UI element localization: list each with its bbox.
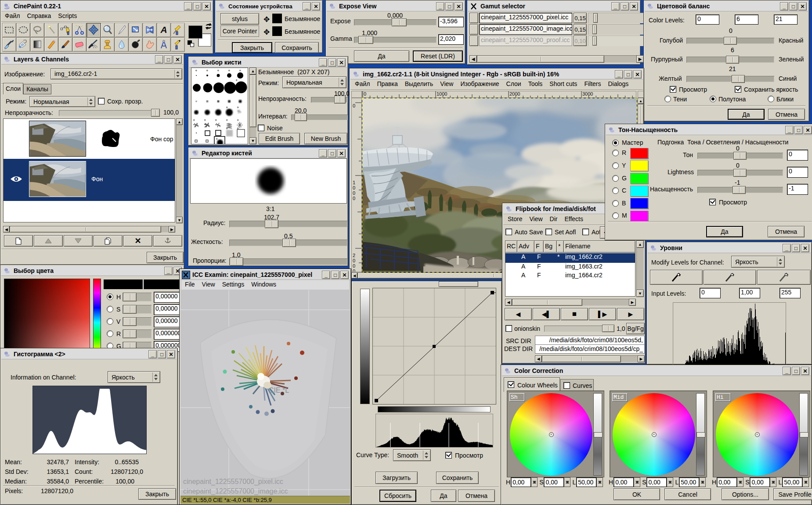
svg-text:0: 0 bbox=[353, 258, 355, 263]
svg-text:0: 0 bbox=[353, 263, 355, 269]
svg-text:+: + bbox=[226, 118, 228, 123]
svg-text:0: 0 bbox=[353, 185, 355, 190]
svg-text:+: + bbox=[217, 69, 219, 73]
svg-text:+: + bbox=[237, 127, 239, 131]
svg-text:+: + bbox=[215, 118, 217, 123]
svg-text:cinepaint_1225557000_pixel.icc: cinepaint_1225557000_pixel.icc bbox=[183, 478, 283, 486]
svg-text:0: 0 bbox=[353, 103, 355, 108]
svg-text:+: + bbox=[204, 118, 206, 123]
svg-text:1: 1 bbox=[353, 180, 355, 185]
svg-text:1000: 1000 bbox=[437, 91, 447, 97]
svg-text:+: + bbox=[193, 118, 195, 123]
svg-text:3000: 3000 bbox=[582, 91, 593, 97]
svg-text:+: + bbox=[195, 69, 197, 73]
svg-text:+: + bbox=[228, 69, 230, 73]
svg-text:0: 0 bbox=[364, 91, 366, 97]
svg-text:CIE *L: CIE *L bbox=[269, 387, 289, 394]
svg-text:0: 0 bbox=[353, 269, 355, 272]
svg-text:+: + bbox=[235, 79, 238, 83]
svg-text:+: + bbox=[237, 106, 239, 110]
svg-text:+: + bbox=[237, 118, 239, 123]
svg-text:+: + bbox=[206, 69, 208, 73]
svg-text:+: + bbox=[216, 137, 218, 142]
svg-text:cinepaint_1225557000_image.icc: cinepaint_1225557000_image.icc bbox=[183, 487, 288, 495]
svg-text:2000: 2000 bbox=[509, 91, 520, 97]
svg-text:+: + bbox=[226, 106, 228, 110]
svg-text:2: 2 bbox=[353, 253, 355, 258]
svg-text:0: 0 bbox=[353, 190, 355, 196]
svg-text:+: + bbox=[226, 127, 228, 131]
svg-text:A: A bbox=[160, 25, 167, 35]
svg-text:0: 0 bbox=[353, 196, 355, 201]
